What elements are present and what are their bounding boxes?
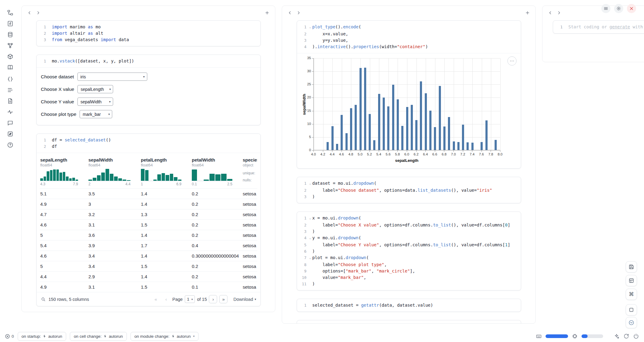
tracing-icon[interactable]	[5, 107, 15, 116]
line-number: 1	[37, 58, 48, 64]
documentation-icon[interactable]	[5, 96, 15, 105]
line-number: 3	[37, 37, 48, 43]
line-number: 3	[297, 228, 308, 235]
logs-icon[interactable]	[5, 85, 15, 94]
table-row[interactable]: 4.63.11.50.2setosa	[40, 219, 257, 230]
chat-icon[interactable]	[5, 118, 15, 127]
layout-panel-icon[interactable]	[626, 275, 637, 286]
packages-icon[interactable]	[5, 52, 15, 61]
code-editor[interactable]: 1mo.vstack([dataset, x, y, plot])	[37, 55, 260, 67]
close-icon[interactable]	[627, 4, 636, 13]
scratchpad-icon[interactable]	[5, 129, 15, 138]
code-editor[interactable]: 1import marimo as mo2import altair as al…	[37, 21, 260, 46]
keyboard-icon[interactable]	[536, 333, 542, 339]
column-header[interactable]: petalLengthfloat64	[140, 155, 191, 168]
column-right-icon[interactable]	[34, 9, 42, 17]
on-cell-change-pill[interactable]: on cell change: autorun	[70, 332, 127, 341]
x-value-dropdown[interactable]: sepalLength▾	[77, 85, 113, 93]
chart-plot-area[interactable]	[313, 58, 500, 150]
column-header[interactable]: sepalWidthfloat64	[88, 155, 140, 168]
code-editor[interactable]: 1df = selected_dataset()2df	[37, 134, 260, 153]
table-row[interactable]: 4.93.11.50.1setosa	[40, 282, 257, 292]
prev-page-icon[interactable]: ‹	[162, 295, 170, 303]
settings-gear-icon[interactable]	[614, 4, 623, 13]
line-number: 2	[297, 31, 308, 37]
on-startup-pill[interactable]: on startup: autorun	[18, 332, 66, 341]
column-header[interactable]: speciesobject	[242, 155, 257, 168]
column-header[interactable]: sepalLengthfloat64	[40, 155, 88, 168]
plot-type-dropdown[interactable]: mark_bar▾	[80, 110, 112, 118]
code-editor[interactable]: 1▾x = mo.ui.dropdown(2 label="Choose X v…	[297, 212, 521, 290]
column-left-icon[interactable]	[286, 9, 294, 17]
datasources-icon[interactable]	[5, 30, 15, 39]
x-tick-mark	[370, 150, 370, 152]
next-page-icon[interactable]: ›	[209, 295, 217, 303]
line-number: 5	[297, 242, 308, 248]
column-right-icon[interactable]	[294, 9, 303, 17]
add-cell-icon[interactable]	[263, 9, 271, 17]
table-row[interactable]: 5.13.51.40.2setosa	[40, 188, 257, 199]
table-cell: 1.7	[140, 240, 191, 251]
table-row[interactable]: 53.61.40.2setosa	[40, 230, 257, 240]
fold-icon[interactable]: ▾	[308, 180, 312, 187]
add-cell-icon[interactable]	[523, 9, 532, 17]
chart-bar	[434, 127, 436, 150]
table-row[interactable]: 4.42.91.40.2setosa	[40, 271, 257, 282]
column-meta: unique:nulls:	[242, 168, 257, 188]
column-left-icon[interactable]	[546, 9, 555, 17]
keyboard-shortcuts-icon[interactable]: ⌘	[626, 289, 637, 300]
code-editor[interactable]: 1plot_type = getattr(alt.Chart(df), plot…	[297, 320, 521, 323]
notebook-icon[interactable]	[5, 63, 15, 72]
chart-actions-icon[interactable]: ⋯	[507, 56, 517, 66]
table-row[interactable]: 4.931.40.2setosa	[40, 199, 257, 209]
snippets-icon[interactable]	[5, 74, 15, 84]
column-header[interactable]: petalWidthfloat64	[191, 155, 242, 168]
ai-sparkles-icon[interactable]	[614, 333, 620, 339]
first-page-icon[interactable]: «	[152, 295, 160, 303]
restart-kernel-icon[interactable]	[623, 333, 629, 339]
fold-icon	[308, 228, 312, 235]
column-left-icon[interactable]	[25, 9, 34, 17]
fold-icon[interactable]: ▾	[308, 235, 312, 242]
scroll-down-icon[interactable]	[626, 317, 637, 328]
shutdown-power-icon[interactable]	[633, 333, 639, 339]
table-row[interactable]: 5.43.91.70.4setosa	[40, 240, 257, 251]
fold-icon[interactable]: ▾	[308, 24, 312, 31]
y-tick-mark	[312, 111, 313, 111]
page-select[interactable]: 1▾	[185, 295, 195, 303]
column-right-icon[interactable]	[555, 9, 563, 17]
table-cell: 1.5	[140, 261, 191, 271]
x-tick-label: 6.0	[402, 152, 412, 156]
variables-icon[interactable]	[5, 41, 15, 50]
error-count[interactable]: 0	[5, 334, 14, 339]
dataset-dropdown[interactable]: iris▾	[77, 73, 147, 81]
last-page-icon[interactable]: »	[219, 295, 227, 303]
line-number: 1	[297, 24, 308, 31]
menu-icon[interactable]	[601, 4, 610, 13]
chevron-down-icon: ▾	[143, 75, 145, 78]
chart-bar	[383, 98, 385, 150]
fold-icon[interactable]: ▾	[308, 215, 312, 222]
on-module-change-pill[interactable]: on module change: autorun ▾	[131, 332, 199, 341]
download-button[interactable]: Download▾	[233, 297, 256, 302]
search-icon[interactable]	[41, 297, 46, 302]
file-explorer-icon[interactable]	[5, 8, 15, 17]
code-editor[interactable]: 1▾plot_type().encode(2 x=x.value,3 y=y.v…	[297, 21, 521, 53]
frame-mode-icon[interactable]	[626, 304, 637, 315]
table-row[interactable]: 4.63.41.40.30000000000000004setosa	[40, 251, 257, 261]
chart-bar	[471, 143, 474, 150]
code-editor[interactable]: 1▾dataset = mo.ui.dropdown(2 label="Choo…	[297, 177, 521, 203]
code-editor[interactable]: 1 Start coding or generate with AI	[553, 21, 644, 33]
generate-with-ai-link[interactable]: generate	[610, 24, 630, 29]
save-icon[interactable]	[626, 261, 637, 273]
table-cell: 0.1	[191, 282, 242, 292]
chevron-down-icon: ▾	[109, 87, 111, 91]
fold-icon[interactable]: ▾	[308, 255, 312, 262]
y-value-dropdown[interactable]: sepalWidth▾	[77, 98, 113, 106]
code-editor[interactable]: 1selected_dataset = getattr(data, datase…	[297, 299, 521, 312]
help-icon[interactable]	[5, 140, 15, 149]
table-row[interactable]: 4.73.21.30.2setosa	[40, 209, 257, 219]
marimo-file-icon[interactable]	[5, 19, 15, 28]
table-row[interactable]: 53.41.50.2setosa	[40, 261, 257, 271]
table-cell: 3.5	[88, 189, 140, 199]
